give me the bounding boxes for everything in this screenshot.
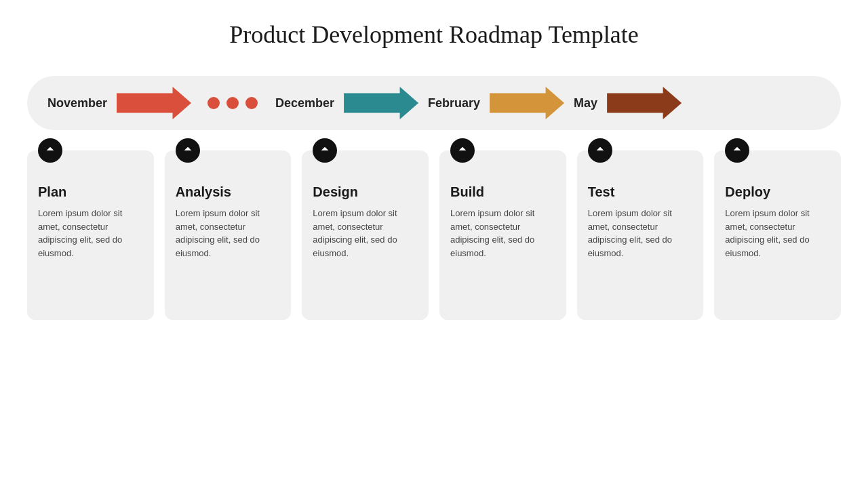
dot-2 xyxy=(226,97,239,109)
month-february: February xyxy=(428,96,480,110)
card-icon-test[interactable] xyxy=(588,138,612,163)
card-title-test: Test xyxy=(588,184,693,200)
card-wrapper-deploy: Deploy Lorem ipsum dolor sit amet, conse… xyxy=(714,150,841,320)
month-december: December xyxy=(275,96,334,110)
arrow-up-icon xyxy=(45,145,56,156)
card-deploy: Deploy Lorem ipsum dolor sit amet, conse… xyxy=(714,150,841,320)
arrow-up-icon xyxy=(457,145,468,156)
card-wrapper-design: Design Lorem ipsum dolor sit amet, conse… xyxy=(302,150,429,320)
card-title-deploy: Deploy xyxy=(725,184,830,200)
card-icon-analysis[interactable] xyxy=(176,138,200,163)
card-wrapper-test: Test Lorem ipsum dolor sit amet, consect… xyxy=(577,150,704,320)
card-wrapper-plan: Plan Lorem ipsum dolor sit amet, consect… xyxy=(27,150,154,320)
arrow-up-icon xyxy=(732,145,743,156)
dot-1 xyxy=(208,97,220,109)
card-title-analysis: Analysis xyxy=(176,184,281,200)
month-november: November xyxy=(47,96,107,110)
card-text-analysis: Lorem ipsum dolor sit amet, consectetur … xyxy=(176,207,281,260)
card-build: Build Lorem ipsum dolor sit amet, consec… xyxy=(439,150,566,320)
card-wrapper-analysis: Analysis Lorem ipsum dolor sit amet, con… xyxy=(165,150,292,320)
month-may: May xyxy=(574,96,597,110)
card-text-deploy: Lorem ipsum dolor sit amet, consectetur … xyxy=(725,207,830,260)
arrow-february xyxy=(490,87,564,119)
card-analysis: Analysis Lorem ipsum dolor sit amet, con… xyxy=(165,150,292,320)
arrow-up-icon xyxy=(319,145,330,156)
card-text-plan: Lorem ipsum dolor sit amet, consectetur … xyxy=(38,207,143,260)
card-wrapper-build: Build Lorem ipsum dolor sit amet, consec… xyxy=(439,150,566,320)
card-title-build: Build xyxy=(450,184,555,200)
card-icon-build[interactable] xyxy=(450,138,475,163)
card-title-plan: Plan xyxy=(38,184,143,200)
dot-3 xyxy=(245,97,258,109)
card-plan: Plan Lorem ipsum dolor sit amet, consect… xyxy=(27,150,154,320)
dots-group xyxy=(208,97,258,109)
timeline-bar: November December February May xyxy=(27,76,841,130)
arrow-december xyxy=(344,87,418,119)
card-test: Test Lorem ipsum dolor sit amet, consect… xyxy=(577,150,704,320)
card-title-design: Design xyxy=(313,184,418,200)
page-title: Product Development Roadmap Template xyxy=(229,20,639,49)
arrow-november xyxy=(117,87,191,119)
arrow-up-icon xyxy=(595,145,606,156)
arrow-may xyxy=(607,87,682,119)
arrow-up-icon xyxy=(182,145,193,156)
card-text-build: Lorem ipsum dolor sit amet, consectetur … xyxy=(450,207,555,260)
cards-row: Plan Lorem ipsum dolor sit amet, consect… xyxy=(27,150,841,320)
card-text-design: Lorem ipsum dolor sit amet, consectetur … xyxy=(313,207,418,260)
card-text-test: Lorem ipsum dolor sit amet, consectetur … xyxy=(588,207,693,260)
card-design: Design Lorem ipsum dolor sit amet, conse… xyxy=(302,150,429,320)
card-icon-plan[interactable] xyxy=(38,138,62,163)
